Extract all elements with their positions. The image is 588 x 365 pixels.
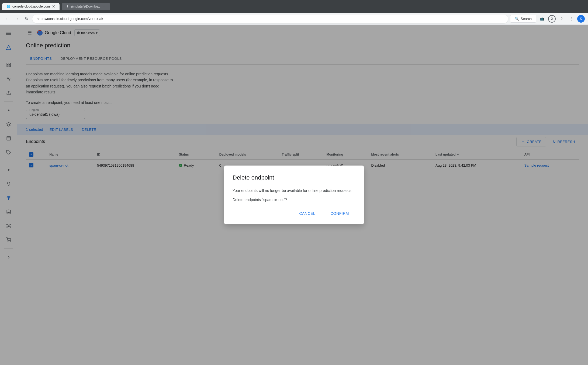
menu-dots-button[interactable]: ⋮ [568, 15, 575, 23]
search-button[interactable]: 🔍 Search [510, 15, 536, 23]
forward-button[interactable]: → [13, 15, 20, 23]
address-bar-row: ← → ↻ 🔍 Search 📺 2 ? ⋮ K [0, 13, 588, 25]
dialog-title: Delete endpoint [233, 174, 355, 181]
dialog-body: Your endpoints will no longer be availab… [233, 188, 355, 203]
extensions-badge[interactable]: 2 [548, 15, 556, 23]
modal-overlay: Delete endpoint Your endpoints will no l… [0, 25, 588, 365]
dialog-confirm-question: Delete endpoints "spam-or-not"? [233, 197, 355, 203]
browser-tab-inactive[interactable]: ⬇ simulate/s/Download ✕ [62, 3, 110, 10]
browser-tab-active[interactable]: 🌐 console.cloud.google.com ✕ [2, 3, 60, 10]
help-button[interactable]: ? [558, 15, 565, 23]
search-icon: 🔍 [515, 17, 519, 21]
reload-button[interactable]: ↻ [23, 15, 30, 23]
address-input[interactable] [32, 15, 508, 23]
tab-favicon: 🌐 [6, 5, 10, 8]
tab-label-active: console.cloud.google.com [12, 5, 50, 8]
dialog-cancel-button[interactable]: CANCEL [293, 209, 322, 218]
delete-endpoint-dialog: Delete endpoint Your endpoints will no l… [224, 166, 364, 224]
dialog-actions: CANCEL CONFIRM [233, 209, 355, 218]
user-avatar[interactable]: K [577, 15, 585, 23]
tab-favicon2: ⬇ [66, 5, 68, 8]
search-label: Search [521, 17, 532, 21]
dialog-confirm-button[interactable]: CONFIRM [324, 209, 355, 218]
tab-close-active[interactable]: ✕ [52, 4, 55, 9]
cast-button[interactable]: 📺 [538, 15, 546, 23]
tab-close-inactive[interactable]: ✕ [102, 4, 106, 9]
dialog-warning: Your endpoints will no longer be availab… [233, 188, 355, 194]
back-button[interactable]: ← [3, 15, 11, 23]
tab-label-inactive: simulate/s/Download [71, 5, 101, 8]
